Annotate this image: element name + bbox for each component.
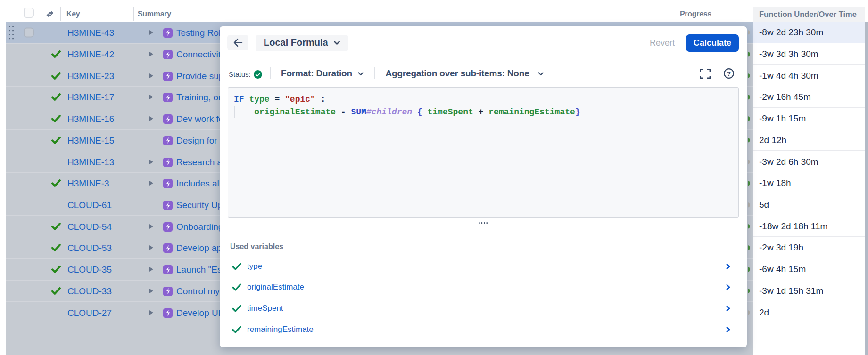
svg-text:?: ? <box>727 70 731 77</box>
